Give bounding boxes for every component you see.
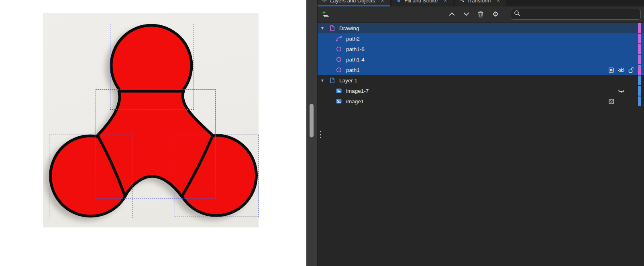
- document-icon: [329, 77, 335, 84]
- fill-stroke-icon: [396, 0, 401, 4]
- object-label: path1-6: [346, 46, 365, 52]
- photo-image[interactable]: [43, 13, 259, 227]
- circle-icon: [336, 56, 342, 63]
- image-icon: [336, 88, 342, 94]
- object-label: path1: [346, 67, 360, 73]
- tree-row-path1-6[interactable]: path1-6: [318, 44, 644, 54]
- layer-color-strip[interactable]: [638, 86, 641, 96]
- object-label: image1: [346, 98, 364, 104]
- objects-panel: Layers and Objects ✕ Fill and Stroke ✕ T…: [317, 0, 644, 266]
- layer-color-strip[interactable]: [638, 65, 641, 75]
- move-down-button[interactable]: [461, 9, 471, 19]
- scrollbar-thumb[interactable]: [310, 104, 314, 137]
- expander-icon[interactable]: ▾: [320, 25, 325, 31]
- expander-icon[interactable]: ▾: [320, 78, 325, 83]
- settings-gear-button[interactable]: ⚙: [491, 9, 500, 19]
- circle-icon: [336, 67, 342, 73]
- layer-label: Layer 1: [339, 78, 357, 84]
- object-label: path2: [346, 36, 360, 42]
- tree-row-path1[interactable]: path1: [318, 65, 644, 75]
- canvas-vertical-scrollbar[interactable]: [306, 0, 317, 266]
- layer-color-strip[interactable]: [638, 76, 641, 85]
- image-icon: [336, 98, 342, 104]
- transform-icon: [459, 0, 465, 4]
- panel-resize-grip[interactable]: [319, 131, 322, 138]
- trefoil-shape[interactable]: [43, 13, 259, 227]
- object-label: path1-4: [346, 57, 365, 63]
- layer-label: Drawing: [339, 25, 359, 31]
- hatch-square-icon[interactable]: [606, 96, 616, 106]
- tab-label: Fill and Stroke: [404, 0, 438, 4]
- search-input[interactable]: [520, 11, 638, 18]
- layer-color-strip[interactable]: [638, 96, 641, 106]
- tab-fill-and-stroke[interactable]: Fill and Stroke ✕: [392, 0, 452, 6]
- blend-mode-icon[interactable]: [606, 65, 616, 75]
- tab-transform[interactable]: Transform ✕: [455, 0, 506, 6]
- move-up-button[interactable]: [447, 9, 457, 19]
- tree-row-path1-4[interactable]: path1-4: [318, 54, 644, 65]
- tree-row-path2[interactable]: path2: [318, 33, 644, 44]
- search-box[interactable]: [511, 9, 641, 20]
- tab-layers-and-objects[interactable]: Layers and Objects ✕: [318, 0, 390, 6]
- close-icon[interactable]: ✕: [381, 0, 384, 3]
- tree-row-image1-7[interactable]: image1-7: [318, 86, 644, 96]
- close-icon[interactable]: ✕: [443, 0, 447, 3]
- bezier-path-icon: [336, 35, 342, 42]
- objects-tree: ▾ Drawing path2 path1-6 path1-: [318, 23, 644, 106]
- delete-item-button[interactable]: [476, 9, 485, 19]
- layer-color-strip[interactable]: [638, 23, 641, 33]
- object-label: image1-7: [346, 88, 369, 94]
- eye-open-icon[interactable]: [616, 65, 626, 75]
- lock-open-icon[interactable]: [626, 65, 636, 75]
- objects-toolbar: ⚙: [318, 6, 644, 22]
- dialog-tab-bar: Layers and Objects ✕ Fill and Stroke ✕ T…: [318, 0, 644, 6]
- canvas-area[interactable]: [0, 0, 306, 266]
- tab-label: Transform: [467, 0, 491, 4]
- tree-row-image1[interactable]: image1: [318, 96, 644, 106]
- layer-color-strip[interactable]: [638, 55, 641, 64]
- close-icon[interactable]: ✕: [496, 0, 500, 3]
- circle-icon: [336, 46, 342, 52]
- layers-icon: [322, 0, 327, 4]
- inkscape-window: { "tabs": { "close_glyph": "✕", "items":…: [0, 0, 644, 266]
- tab-label: Layers and Objects: [330, 0, 375, 4]
- tree-row-drawing[interactable]: ▾ Drawing: [318, 23, 644, 33]
- eye-closed-icon[interactable]: [616, 86, 626, 96]
- add-layer-button[interactable]: [321, 9, 330, 19]
- tree-row-layer-1[interactable]: ▾ Layer 1: [318, 75, 644, 86]
- layer-color-strip[interactable]: [638, 44, 641, 54]
- search-icon: [514, 10, 520, 18]
- document-icon: [329, 25, 335, 31]
- layer-color-strip[interactable]: [638, 34, 641, 43]
